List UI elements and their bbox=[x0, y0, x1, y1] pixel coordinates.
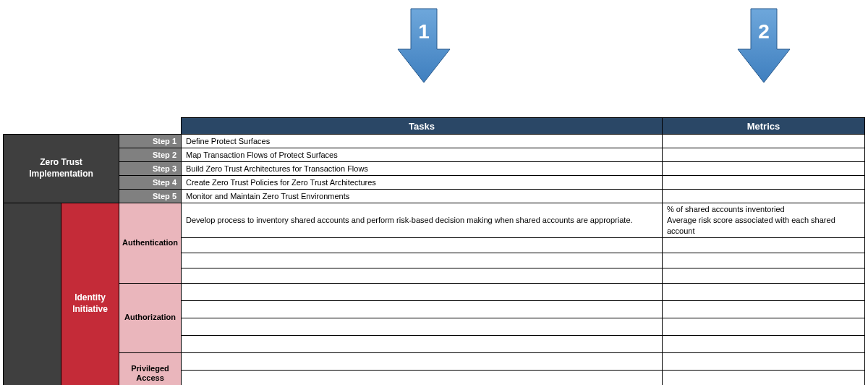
pillar-side bbox=[4, 203, 61, 386]
task-cell bbox=[182, 318, 663, 335]
step-task: Define Protect Surfaces bbox=[182, 135, 663, 148]
section-pam-label: PrivilegedAccessManagement bbox=[119, 352, 182, 385]
step-metric bbox=[663, 135, 865, 148]
step-task: Map Transaction Flows of Protect Surface… bbox=[182, 148, 663, 162]
table-row: PrivilegedAccessManagement bbox=[4, 352, 865, 370]
step-metric bbox=[663, 190, 865, 203]
section-authorization-label: Authorization bbox=[119, 283, 182, 352]
table-header-row: Tasks Metrics bbox=[4, 118, 865, 135]
metric-cell bbox=[663, 253, 865, 268]
metric-cell bbox=[663, 335, 865, 352]
metric-cell bbox=[663, 300, 865, 318]
col-header-metrics: Metrics bbox=[663, 118, 865, 135]
metric-cell: % of shared accounts inventoriedAverage … bbox=[663, 203, 865, 238]
callout-arrow-1: 1 bbox=[396, 6, 451, 85]
task-cell bbox=[182, 370, 663, 385]
step-row: Step 4 Create Zero Trust Policies for Ze… bbox=[4, 176, 865, 190]
step-task: Monitor and Maintain Zero Trust Environm… bbox=[182, 190, 663, 203]
step-metric bbox=[663, 148, 865, 162]
metric-cell bbox=[663, 283, 865, 300]
metric-cell bbox=[663, 237, 865, 253]
callout-arrow-2-label: 2 bbox=[736, 20, 791, 43]
task-cell bbox=[182, 237, 663, 253]
step-row: Step 5 Monitor and Maintain Zero Trust E… bbox=[4, 190, 865, 203]
table-row: IdentityInitiative Authentication Develo… bbox=[4, 203, 865, 238]
step-row: Step 3 Build Zero Trust Architectures fo… bbox=[4, 162, 865, 176]
task-cell: Develop process to inventory shared acco… bbox=[182, 203, 663, 238]
metric-cell bbox=[663, 318, 865, 335]
task-cell bbox=[182, 300, 663, 318]
metric-cell bbox=[663, 370, 865, 385]
callout-arrow-1-label: 1 bbox=[396, 20, 451, 43]
metric-cell bbox=[663, 268, 865, 283]
step-label: Step 3 bbox=[119, 162, 182, 176]
callout-arrow-2: 2 bbox=[736, 6, 791, 85]
step-task: Create Zero Trust Policies for Zero Trus… bbox=[182, 176, 663, 190]
task-cell bbox=[182, 283, 663, 300]
identity-initiative-label: IdentityInitiative bbox=[61, 203, 119, 386]
step-row: Step 2 Map Transaction Flows of Protect … bbox=[4, 148, 865, 162]
step-label: Step 2 bbox=[119, 148, 182, 162]
task-cell bbox=[182, 352, 663, 370]
metric-cell bbox=[663, 352, 865, 370]
step-row: Zero TrustImplementation Step 1 Define P… bbox=[4, 135, 865, 148]
task-cell bbox=[182, 253, 663, 268]
step-task: Build Zero Trust Architectures for Trans… bbox=[182, 162, 663, 176]
step-label: Step 1 bbox=[119, 135, 182, 148]
step-label: Step 5 bbox=[119, 190, 182, 203]
section-authentication-label: Authentication bbox=[119, 203, 182, 284]
step-label: Step 4 bbox=[119, 176, 182, 190]
col-header-tasks: Tasks bbox=[182, 118, 663, 135]
step-metric bbox=[663, 162, 865, 176]
zero-trust-table: Tasks Metrics Zero TrustImplementation S… bbox=[3, 117, 865, 385]
task-cell bbox=[182, 268, 663, 283]
zt-implementation-label: Zero TrustImplementation bbox=[4, 135, 119, 203]
header-spacer bbox=[4, 118, 182, 135]
task-cell bbox=[182, 335, 663, 352]
table-row: Authorization bbox=[4, 283, 865, 300]
step-metric bbox=[663, 176, 865, 190]
